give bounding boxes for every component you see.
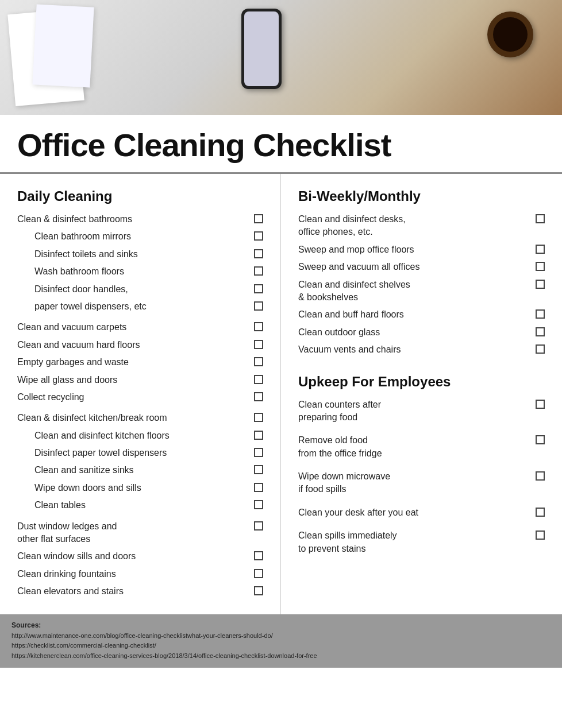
list-item: Clean and disinfect shelves& bookshelves xyxy=(298,278,545,304)
checkbox[interactable] xyxy=(536,214,545,223)
list-item: Clean and vacuum hard floors xyxy=(17,339,263,351)
checkbox[interactable] xyxy=(254,483,263,492)
checkbox[interactable] xyxy=(254,375,263,384)
checkbox[interactable] xyxy=(254,448,263,457)
checkbox[interactable] xyxy=(536,309,545,319)
footer-link-2: https://checklist.com/commercial-cleanin… xyxy=(11,642,156,649)
checkbox[interactable] xyxy=(536,280,545,289)
list-item: Vacuum vents and chairs xyxy=(298,343,545,356)
list-item: Disinfect door handles, xyxy=(34,283,263,296)
sources-label: Sources: xyxy=(11,621,551,629)
list-item: Clean your desk after you eat xyxy=(298,506,545,519)
checkbox[interactable] xyxy=(254,500,263,509)
phone-decoration xyxy=(241,9,282,89)
checkbox[interactable] xyxy=(536,327,545,336)
checkbox[interactable] xyxy=(254,231,263,241)
checkbox[interactable] xyxy=(254,465,263,474)
list-item: Clean bathroom mirrors xyxy=(34,230,263,243)
footer-link-1: http://www.maintenance-one.com/blog/offi… xyxy=(11,632,273,639)
checkbox[interactable] xyxy=(536,471,545,481)
list-item: Dust window ledges andother flat surface… xyxy=(17,520,263,546)
list-item: Wipe all glass and doors xyxy=(17,374,263,386)
checkbox[interactable] xyxy=(254,340,263,349)
checkbox[interactable] xyxy=(254,551,263,560)
list-item: Clean spills immediatelyto prevent stain… xyxy=(298,529,545,555)
list-item: Wash bathroom floors xyxy=(34,265,263,278)
biweekly-title: Bi-Weekly/Monthly xyxy=(298,188,545,204)
list-item: Sweep and vacuum all offices xyxy=(298,261,545,273)
checkbox[interactable] xyxy=(254,569,263,578)
employees-section: Upkeep For Employees Clean counters afte… xyxy=(298,374,545,556)
coffee-cup-decoration xyxy=(487,11,533,57)
checkbox[interactable] xyxy=(254,586,263,595)
checkbox[interactable] xyxy=(254,431,263,440)
checkbox[interactable] xyxy=(254,266,263,276)
list-item: Clean window sills and doors xyxy=(17,550,263,563)
list-item: Remove old foodfrom the office fridge xyxy=(298,434,545,460)
list-item: Clean and sanitize sinks xyxy=(34,464,263,477)
list-item: Clean and vacuum carpets xyxy=(17,321,263,334)
list-item: Wipe down microwaveif food spills xyxy=(298,470,545,496)
main-content: Daily Cleaning Clean & disinfect bathroo… xyxy=(0,174,562,614)
checkbox[interactable] xyxy=(536,262,545,271)
checkbox[interactable] xyxy=(536,344,545,354)
list-item: paper towel dispensers, etc xyxy=(34,300,263,313)
footer-links: http://www.maintenance-one.com/blog/offi… xyxy=(11,631,551,661)
list-item: Clean and buff hard floors xyxy=(298,308,545,321)
title-bar: Office Cleaning Checklist xyxy=(0,115,562,174)
list-item: Clean drinking fountains xyxy=(17,568,263,580)
list-item: Sweep and mop office floors xyxy=(298,243,545,256)
list-item: Collect recycling xyxy=(17,391,263,404)
header-photo xyxy=(0,0,562,115)
list-item: Clean & disinfect kitchen/break room xyxy=(17,412,263,424)
list-item: Clean outdoor glass xyxy=(298,326,545,339)
list-item: Disinfect toilets and sinks xyxy=(34,248,263,261)
group-gap: Clean and vacuum carpets Clean and vacuu… xyxy=(17,321,263,404)
employees-title: Upkeep For Employees xyxy=(298,374,545,390)
list-item: Clean & disinfect bathrooms xyxy=(17,213,263,226)
kitchen-group: Clean & disinfect kitchen/break room Cle… xyxy=(17,412,263,512)
checkbox[interactable] xyxy=(536,435,545,444)
checkbox[interactable] xyxy=(536,530,545,540)
checkbox[interactable] xyxy=(254,357,263,366)
list-item: Clean tables xyxy=(34,499,263,512)
checkbox[interactable] xyxy=(254,322,263,331)
windows-group: Dust window ledges andother flat surface… xyxy=(17,520,263,598)
list-item: Disinfect paper towel dispensers xyxy=(34,447,263,459)
right-column: Bi-Weekly/Monthly Clean and disinfect de… xyxy=(281,174,562,614)
checkbox[interactable] xyxy=(254,413,263,422)
list-item: Empty garbages and waste xyxy=(17,356,263,369)
list-item: Wipe down doors and sills xyxy=(34,482,263,494)
kitchen-subitems: Clean and disinfect kitchen floors Disin… xyxy=(17,429,263,512)
checkbox[interactable] xyxy=(254,392,263,401)
bathroom-subitems: Clean bathroom mirrors Disinfect toilets… xyxy=(17,230,263,313)
daily-cleaning-title: Daily Cleaning xyxy=(17,188,263,204)
checkbox[interactable] xyxy=(536,400,545,409)
list-item: Clean elevators and stairs xyxy=(17,585,263,598)
page-title: Office Cleaning Checklist xyxy=(17,126,545,164)
list-item: Clean and disinfect desks,office phones,… xyxy=(298,213,545,239)
checkbox[interactable] xyxy=(254,284,263,293)
left-column: Daily Cleaning Clean & disinfect bathroo… xyxy=(0,174,281,614)
list-item: Clean counters afterpreparing food xyxy=(298,398,545,424)
checkbox[interactable] xyxy=(254,214,263,223)
checkbox[interactable] xyxy=(536,245,545,254)
checkbox[interactable] xyxy=(254,301,263,311)
list-item: Clean and disinfect kitchen floors xyxy=(34,429,263,442)
checkbox[interactable] xyxy=(254,521,263,530)
checkbox[interactable] xyxy=(536,508,545,517)
checkbox[interactable] xyxy=(254,249,263,258)
footer: Sources: http://www.maintenance-one.com/… xyxy=(0,614,562,668)
footer-link-3: https://kitchenerclean.com/office-cleani… xyxy=(11,652,317,659)
